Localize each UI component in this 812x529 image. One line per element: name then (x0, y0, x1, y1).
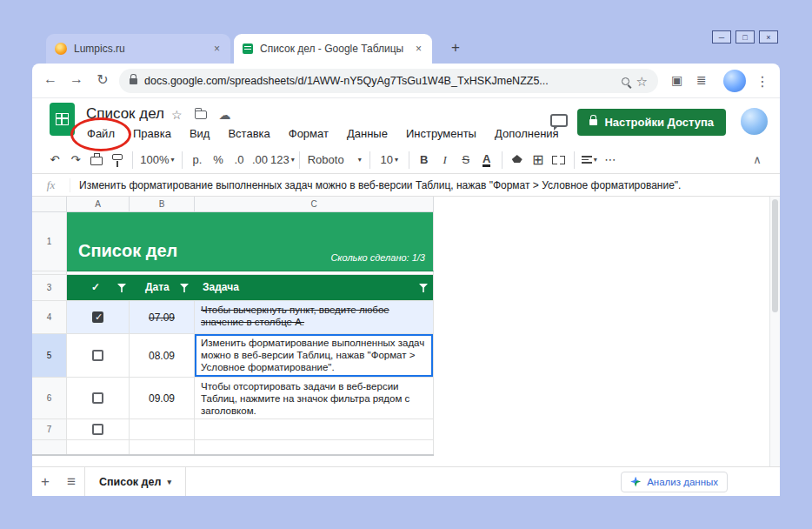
checkbox-row5[interactable] (92, 350, 103, 361)
url-bar[interactable]: docs.google.com/spreadsheets/d/1AWW-nY5Q… (119, 69, 658, 93)
print-icon[interactable] (86, 150, 107, 171)
column-header-b[interactable]: B (130, 197, 195, 212)
cell-b4[interactable]: 07.09 (130, 301, 195, 334)
tab-close-icon[interactable]: × (212, 43, 222, 55)
merge-cells-icon[interactable] (549, 150, 569, 171)
filter-icon-c[interactable] (419, 284, 428, 292)
extension-icon[interactable]: ≣ (696, 73, 707, 87)
fill-color-icon[interactable] (507, 150, 528, 171)
row-header-7[interactable]: 7 (32, 419, 67, 440)
column-header-a[interactable]: A (67, 197, 130, 212)
close-button[interactable]: × (759, 30, 778, 44)
checkbox-row4[interactable] (92, 311, 103, 323)
forward-icon[interactable]: → (67, 71, 86, 87)
formula-value[interactable]: Изменить форматирование выполненных зада… (70, 179, 689, 191)
move-folder-icon[interactable] (195, 110, 207, 119)
tab-title: Список дел - Google Таблицы (260, 43, 407, 55)
sheet-tab[interactable]: Список дел ▾ (84, 467, 186, 496)
url-text[interactable]: docs.google.com/spreadsheets/d/1AWW-nY5Q… (144, 75, 615, 87)
address-bar-row: ← → ↻ docs.google.com/spreadsheets/d/1AW… (32, 64, 780, 98)
cell-c7[interactable] (195, 419, 434, 440)
decrease-decimal-button[interactable]: .0 (229, 150, 250, 171)
explore-button[interactable]: Анализ данных (621, 472, 728, 492)
new-tab-button[interactable]: + (444, 37, 467, 59)
cell-b6[interactable]: 09.09 (130, 378, 195, 419)
cell-a7[interactable] (67, 419, 130, 440)
redo-icon[interactable]: ↷ (65, 150, 86, 171)
borders-icon[interactable]: ⊞ (528, 150, 549, 171)
menu-view[interactable]: Вид (187, 126, 213, 141)
back-icon[interactable]: ← (41, 71, 60, 87)
font-select[interactable]: Roboto▾ (304, 150, 365, 171)
row-header-4[interactable]: 4 (32, 301, 67, 334)
column-header-c[interactable]: C (195, 197, 434, 212)
italic-button[interactable]: I (435, 150, 456, 171)
format-percent-button[interactable]: % (208, 150, 229, 171)
cell-c4[interactable]: Чтобы вычеркнуть пункт, введите любое зн… (195, 301, 434, 334)
checkbox-row7[interactable] (92, 424, 103, 435)
horizontal-align-icon[interactable]: ▾ (579, 150, 600, 171)
undo-icon[interactable]: ↶ (44, 150, 65, 171)
cell-a5[interactable] (67, 334, 130, 378)
cell-b5[interactable]: 08.09 (130, 334, 195, 378)
more-formats-button[interactable]: 123▾ (270, 150, 295, 171)
paint-format-icon[interactable] (107, 150, 128, 171)
cell-c5-active[interactable]: Изменить форматирование выполненных зада… (195, 334, 434, 378)
banner-cell[interactable]: Список дел Сколько сделано: 1/3 (67, 212, 434, 271)
collapse-toolbar-icon[interactable]: ∧ (747, 150, 768, 171)
add-sheet-button[interactable]: + (32, 473, 58, 491)
account-avatar[interactable] (741, 108, 768, 135)
star-icon[interactable]: ☆ (171, 108, 183, 122)
increase-decimal-button[interactable]: .00 (250, 150, 270, 171)
grid-end-line (32, 454, 434, 456)
vertical-scrollbar[interactable] (769, 197, 780, 466)
menu-file[interactable]: Файл (84, 126, 117, 141)
bookmark-star-icon[interactable]: ☆ (636, 75, 648, 88)
browser-profile-avatar[interactable] (723, 70, 746, 92)
bold-button[interactable]: B (414, 150, 435, 171)
menu-format[interactable]: Формат (286, 126, 331, 141)
row-header-6[interactable]: 6 (32, 378, 67, 419)
scrollbar-thumb[interactable] (772, 199, 778, 312)
sheets-logo-icon[interactable] (50, 103, 75, 136)
filter-icon-b[interactable] (180, 284, 189, 292)
format-currency-button[interactable]: р. (187, 150, 208, 171)
menu-tools[interactable]: Инструменты (403, 126, 479, 141)
cell-a4[interactable] (67, 301, 130, 334)
reload-icon[interactable]: ↻ (93, 71, 112, 88)
checkbox-row6[interactable] (92, 392, 103, 404)
browser-tab-sheets[interactable]: Список дел - Google Таблицы × (234, 34, 432, 64)
menu-edit[interactable]: Правка (130, 126, 174, 141)
corner-cell[interactable] (32, 197, 67, 212)
cloud-status-icon[interactable]: ☁ (219, 108, 231, 122)
menu-insert[interactable]: Вставка (225, 126, 272, 141)
filter-icon-a[interactable] (117, 284, 126, 292)
share-button[interactable]: Настройки Доступа (577, 109, 726, 136)
extensions-puzzle-icon[interactable]: ▣ (671, 73, 682, 87)
cell-a6[interactable] (67, 378, 130, 419)
row-header-3[interactable]: 3 (32, 275, 67, 301)
document-title[interactable]: Список дел (86, 105, 164, 123)
row-header-5[interactable]: 5 (32, 334, 67, 378)
menu-addons[interactable]: Дополнения (492, 126, 562, 141)
strikethrough-button[interactable]: S (456, 150, 476, 171)
browser-menu-icon[interactable]: ⋮ (755, 73, 769, 90)
toolbar: ↶ ↷ 100%▾ р. % .0 .00 123▾ Roboto▾ 10▾ B… (32, 146, 780, 174)
row-header-1[interactable]: 1 (32, 212, 67, 271)
cell-c6[interactable]: Чтобы отсортировать задачи в веб-версии … (195, 378, 434, 419)
comments-icon[interactable] (550, 114, 568, 127)
more-toolbar-icon[interactable]: ⋯ (600, 150, 621, 171)
text-color-button[interactable]: A (483, 153, 490, 167)
menu-data[interactable]: Данные (344, 126, 390, 141)
minimize-button[interactable]: ─ (712, 30, 731, 44)
zoom-search-icon[interactable] (622, 77, 629, 85)
table-header-cell[interactable]: ✓ Дата Задача (67, 275, 434, 301)
sheet-tab-menu-icon[interactable]: ▾ (167, 478, 171, 486)
font-size-select[interactable]: 10▾ (375, 150, 404, 171)
maximize-button[interactable]: □ (735, 30, 755, 44)
tab-close-icon[interactable]: × (414, 43, 423, 55)
zoom-select[interactable]: 100%▾ (137, 150, 177, 171)
cell-b7[interactable] (130, 419, 195, 440)
all-sheets-button[interactable]: ≡ (58, 473, 84, 491)
browser-tab-lumpics[interactable]: Lumpics.ru × (46, 34, 230, 64)
